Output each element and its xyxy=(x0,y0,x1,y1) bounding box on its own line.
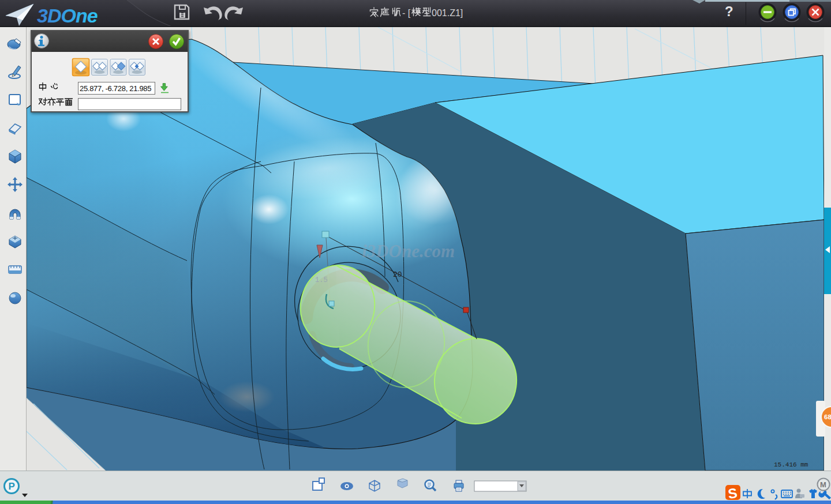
svg-text:15.416 mm: 15.416 mm xyxy=(774,461,808,468)
svg-text:M: M xyxy=(820,480,826,489)
svg-text:001.Z1]: 001.Z1] xyxy=(432,8,463,18)
svg-text:20: 20 xyxy=(393,270,402,279)
svg-text:P: P xyxy=(9,481,15,492)
svg-text:25.877, -6.728, 21.985: 25.877, -6.728, 21.985 xyxy=(80,84,151,93)
svg-text:- [: - [ xyxy=(402,8,411,18)
svg-text:68: 68 xyxy=(824,413,831,420)
svg-text:i3DOne.com: i3DOne.com xyxy=(362,241,455,261)
svg-text:1.5: 1.5 xyxy=(315,276,328,284)
svg-text:3DOne: 3DOne xyxy=(37,5,98,27)
